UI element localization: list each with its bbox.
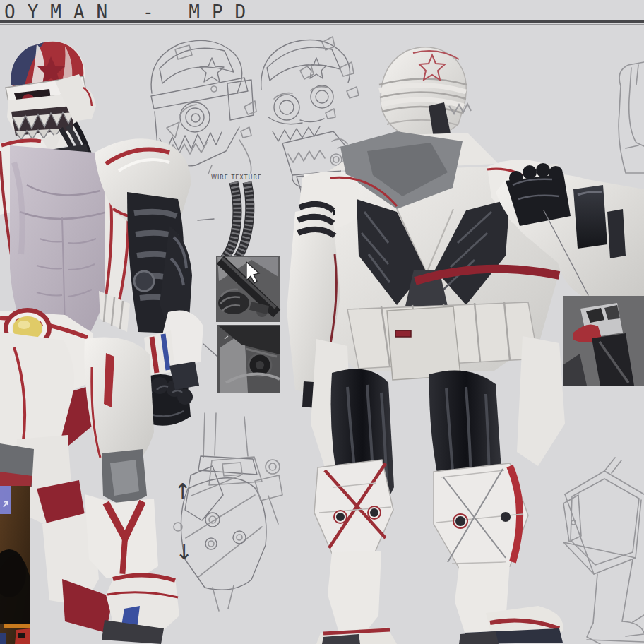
artwork-scene: ↑ ↓ WIRE TEXTURE bbox=[0, 0, 644, 644]
right-knee-pod bbox=[434, 463, 528, 571]
reference-photo-2 bbox=[217, 325, 280, 393]
webcam-overlay bbox=[0, 486, 30, 644]
sketch-head-exploded bbox=[261, 40, 353, 195]
arrow-down-annotation: ↓ bbox=[175, 539, 193, 564]
page-title: OYMAN - MPD bbox=[4, 1, 258, 23]
title-bar: OYMAN - MPD bbox=[0, 0, 644, 25]
right-boot bbox=[102, 573, 179, 644]
callout-line-left bbox=[198, 219, 214, 220]
title-underline-thin bbox=[0, 24, 644, 25]
boot-sketch bbox=[564, 458, 644, 644]
left-knee-pod bbox=[314, 460, 393, 555]
back-figure-legs bbox=[311, 336, 565, 644]
wire-texture-label: WIRE TEXTURE bbox=[211, 174, 262, 181]
braided-cables bbox=[225, 182, 250, 259]
pip-expand-button[interactable] bbox=[0, 486, 11, 514]
arrow-up-annotation: ↑ bbox=[174, 479, 191, 503]
front-view-figure bbox=[0, 42, 203, 644]
concept-art-canvas: OYMAN - MPD bbox=[0, 0, 644, 644]
back-box-red-detail bbox=[395, 330, 411, 337]
knee-mechanism-sketch: ↑ ↓ bbox=[174, 413, 282, 611]
back-center-box bbox=[387, 306, 460, 380]
webcam-orange-stripe bbox=[4, 624, 30, 628]
callout-line-left-2 bbox=[203, 344, 217, 357]
arm-outline-sketch bbox=[619, 62, 644, 173]
reference-photo-right bbox=[563, 296, 644, 386]
title-underline bbox=[0, 20, 644, 23]
